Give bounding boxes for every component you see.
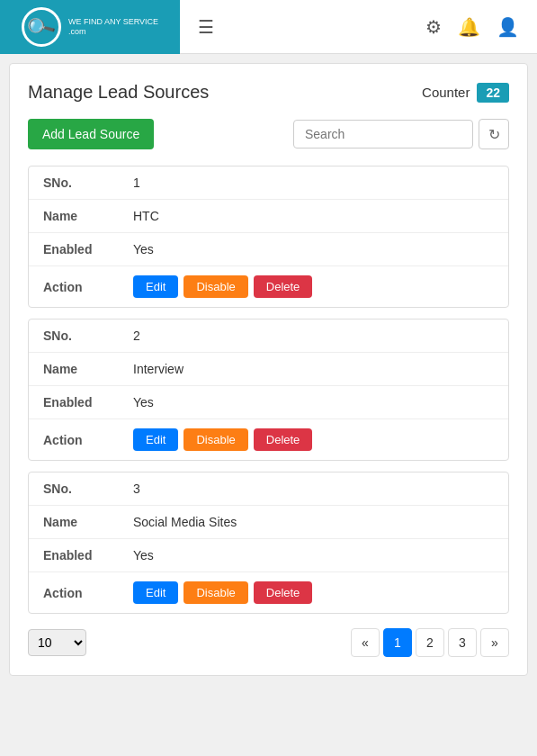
name-row-1: Name HTC [29, 200, 508, 233]
delete-button-2[interactable]: Delete [254, 428, 313, 451]
header: 🔍 WE FIND ANY SERVICE .com ☰ ⚙ 🔔 👤 [0, 0, 537, 54]
action-label-3: Action [43, 586, 133, 600]
page-button-2[interactable]: 2 [416, 628, 444, 657]
per-page-select[interactable]: 10 25 50 [28, 629, 86, 656]
action-row-1: Action Edit Disable Delete [29, 266, 508, 307]
enabled-row-3: Enabled Yes [29, 539, 508, 572]
pagination-controls: « 1 2 3 » [351, 628, 509, 657]
sno-label-2: SNo. [43, 328, 133, 343]
record-card-1: SNo. 1 Name HTC Enabled Yes Action Edit … [28, 166, 509, 308]
sno-row-3: SNo. 3 [29, 472, 508, 506]
header-icons: ⚙ 🔔 👤 [425, 16, 537, 38]
counter-label: Counter [422, 85, 470, 100]
action-label-1: Action [43, 280, 133, 294]
enabled-label-3: Enabled [43, 548, 133, 562]
enabled-row-1: Enabled Yes [29, 233, 508, 266]
action-row-2: Action Edit Disable Delete [29, 419, 508, 460]
main-content: Manage Lead Sources Counter 22 Add Lead … [9, 63, 528, 676]
pagination-row: 10 25 50 « 1 2 3 » [28, 628, 509, 657]
logo-circle: 🔍 [22, 7, 61, 47]
menu-icon[interactable]: ☰ [198, 16, 214, 38]
page-title-row: Manage Lead Sources Counter 22 [28, 82, 509, 103]
delete-button-1[interactable]: Delete [254, 275, 313, 298]
name-value-1: HTC [133, 209, 159, 223]
sno-label-1: SNo. [43, 176, 133, 190]
disable-button-3[interactable]: Disable [183, 581, 247, 604]
gear-icon[interactable]: ⚙ [425, 16, 442, 38]
refresh-icon: ↻ [488, 126, 500, 143]
name-value-2: Interview [133, 362, 183, 376]
action-buttons-1: Edit Disable Delete [133, 275, 312, 298]
bell-icon[interactable]: 🔔 [458, 16, 480, 38]
record-card-3: SNo. 3 Name Social Media Sites Enabled Y… [28, 472, 509, 614]
enabled-row-2: Enabled Yes [29, 386, 508, 419]
toolbar-row: Add Lead Source ↻ [28, 119, 509, 149]
enabled-value-3: Yes [133, 548, 154, 562]
enabled-label-2: Enabled [43, 395, 133, 410]
enabled-value-2: Yes [133, 395, 154, 410]
next-page-button[interactable]: » [480, 628, 509, 657]
page-button-1[interactable]: 1 [383, 628, 412, 657]
logo-text: WE FIND ANY SERVICE .com [68, 17, 158, 37]
sno-value-1: 1 [133, 176, 140, 190]
search-area: ↻ [293, 119, 509, 149]
enabled-label-1: Enabled [43, 242, 133, 256]
sno-value-2: 2 [133, 328, 140, 343]
name-value-3: Social Media Sites [133, 515, 237, 529]
refresh-button[interactable]: ↻ [479, 119, 509, 149]
disable-button-1[interactable]: Disable [183, 275, 247, 298]
sno-row-2: SNo. 2 [29, 320, 508, 353]
page-button-3[interactable]: 3 [448, 628, 477, 657]
name-label-2: Name [43, 362, 133, 376]
add-lead-source-button[interactable]: Add Lead Source [28, 119, 154, 149]
name-row-2: Name Interview [29, 353, 508, 386]
enabled-value-1: Yes [133, 242, 154, 256]
search-input[interactable] [293, 120, 473, 148]
counter-area: Counter 22 [422, 83, 509, 103]
counter-badge: 22 [477, 83, 509, 103]
action-buttons-2: Edit Disable Delete [133, 428, 312, 451]
sno-label-3: SNo. [43, 482, 133, 496]
edit-button-1[interactable]: Edit [133, 275, 178, 298]
action-label-2: Action [43, 433, 133, 447]
magnifier-icon: 🔍 [25, 10, 58, 42]
action-buttons-3: Edit Disable Delete [133, 581, 312, 604]
disable-button-2[interactable]: Disable [183, 428, 247, 451]
name-row-3: Name Social Media Sites [29, 506, 508, 539]
record-card-2: SNo. 2 Name Interview Enabled Yes Action… [28, 319, 509, 461]
logo-area: 🔍 WE FIND ANY SERVICE .com [0, 0, 180, 54]
sno-value-3: 3 [133, 482, 140, 496]
edit-button-3[interactable]: Edit [133, 581, 178, 604]
page-title: Manage Lead Sources [28, 82, 209, 103]
edit-button-2[interactable]: Edit [133, 428, 178, 451]
name-label-3: Name [43, 515, 133, 529]
sno-row-1: SNo. 1 [29, 166, 508, 200]
delete-button-3[interactable]: Delete [254, 581, 313, 604]
user-icon[interactable]: 👤 [497, 16, 519, 38]
action-row-3: Action Edit Disable Delete [29, 572, 508, 613]
prev-page-button[interactable]: « [351, 628, 380, 657]
name-label-1: Name [43, 209, 133, 223]
